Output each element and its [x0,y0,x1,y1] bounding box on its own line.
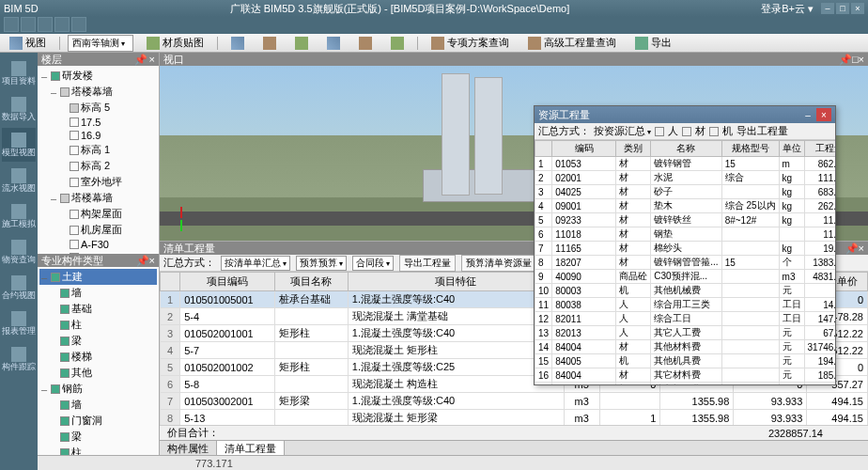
tree-node[interactable]: 标高 5 [39,100,157,116]
material-button[interactable]: 材质贴图 [141,34,209,52]
res-export-button[interactable]: 导出工程量 [736,124,788,138]
tree-node[interactable]: 墙 [39,285,157,301]
floor-tree[interactable]: –研发楼–塔楼幕墙标高 517.516.9标高 1标高 2室外地坪–塔楼幕墙构架… [38,66,159,254]
minimize-icon[interactable]: – [800,108,815,121]
tab-bill[interactable]: 清单工程量 [217,441,285,455]
tree-node[interactable]: 柱 [39,317,157,333]
tree-node[interactable]: 墙 [39,397,157,413]
pin-icon[interactable]: 📌 [136,255,149,266]
tree-node[interactable]: –塔楼幕墙 [39,84,157,100]
close-icon[interactable]: × [859,243,864,254]
left-nav: 项目资料数据导入模型视图流水视图施工模拟物资查询合约视图报表管理构件跟踪 [0,53,38,470]
cube-icon [9,37,23,50]
resource-toolbar: 汇总方式： 按资源汇总 人 材 机 导出工程量 [535,123,835,140]
resource-window-header[interactable]: 资源工程量 – × [535,106,835,123]
view-button[interactable]: 视图 [4,34,52,52]
nav-物资查询[interactable]: 物资查询 [2,235,36,269]
compass-icon [167,205,195,233]
tree-node[interactable]: 17.5 [39,116,157,129]
filter-machine-checkbox[interactable] [709,127,719,136]
filter-material-checkbox[interactable] [682,127,691,136]
tool-nav-icon[interactable] [225,35,250,52]
tree-node[interactable]: 构架屋面 [39,206,157,222]
nav-构件跟踪[interactable]: 构件跟踪 [2,342,36,376]
tool-measure-icon[interactable] [257,35,282,52]
close-panel-icon[interactable]: × [149,54,155,66]
tab-props[interactable]: 构件属性 [160,441,217,455]
tree-node[interactable]: A-F30 [39,238,157,251]
tree-node[interactable]: 梁 [39,429,157,445]
tree-node[interactable]: –塔楼幕墙 [39,190,157,206]
budget-res-button[interactable]: 预算清单资源量 [461,255,536,272]
nav-项目资料[interactable]: 项目资料 [2,56,36,90]
tree-node[interactable]: 柱 [39,445,157,455]
tree-node[interactable]: 梁 [39,333,157,349]
minimize-button[interactable]: – [821,3,834,14]
floors-panel-header: 楼层 📌× [38,53,159,66]
type-tree[interactable]: –土建墙基础柱梁楼梯其他–钢筋墙门窗洞梁柱基础其他–给排水管道(水)阀门法兰(水… [38,267,159,455]
summary-mode-dropdown[interactable]: 按清单单汇总 [221,256,290,271]
progress-icon [528,37,541,50]
window-title: 广联达 BIM5D 3.5旗舰版(正式版) - [BIM5D项目案例-D:\Wo… [39,2,761,16]
nav-流水视图[interactable]: 流水视图 [2,164,36,197]
status-coord: 773.171 [195,458,233,469]
nav-施工模拟[interactable]: 施工模拟 [2,199,36,233]
pin-icon[interactable]: 📌 [845,243,859,254]
tree-node[interactable]: –土建 [39,269,157,285]
viewport-header: 视口 📌□× [160,53,868,66]
budget-dropdown[interactable]: 预算预算 [296,256,347,271]
export-qty-button[interactable]: 导出工程量 [399,255,456,272]
status-bar: 773.171 [38,455,868,470]
res-mode-dropdown[interactable]: 按资源汇总 [594,124,651,138]
close-button[interactable]: × [851,3,864,14]
material-icon [147,37,160,50]
close-icon[interactable]: × [859,54,864,65]
plan-query-button[interactable]: 专项方案查询 [426,34,515,52]
types-panel-header: 专业构件类型 📌× [38,254,159,267]
tree-node[interactable]: –钢筋 [39,381,157,397]
export-button[interactable]: 导出 [629,34,677,52]
viewmode-dropdown[interactable]: 西南等轴测 [68,35,133,52]
tool-isolate-icon[interactable] [385,35,410,52]
tree-node[interactable]: 16.9 [39,129,157,142]
tree-node[interactable]: 楼梯 [39,349,157,365]
pin-icon[interactable]: 📌 [839,54,852,65]
tool-section-icon[interactable] [289,35,314,52]
cloud-login[interactable]: 登录B+云 ▾ [761,2,814,16]
tree-node[interactable]: 标高 2 [39,158,157,174]
plan-icon [431,37,444,50]
menu-open-icon[interactable] [21,17,36,32]
nav-模型视图[interactable]: 模型视图 [2,128,36,162]
total-value: 2328857.14 [768,428,823,439]
menu-redo-icon[interactable] [71,17,86,32]
nav-数据导入[interactable]: 数据导入 [2,92,36,126]
tool-walk-icon[interactable] [321,35,346,52]
bill-tabs: 构件属性 清单工程量 [160,440,868,455]
pin-icon[interactable]: 📌 [134,54,147,66]
maximize-button[interactable]: □ [836,3,849,14]
tree-node[interactable]: 其他 [39,365,157,381]
tree-node[interactable]: 标高 1 [39,142,157,158]
tree-node[interactable]: 门窗洞 [39,413,157,429]
progress-query-button[interactable]: 高级工程量查询 [522,34,622,52]
menu-bar [0,17,868,34]
tree-node[interactable]: –研发楼 [39,68,157,84]
tool-hide-icon[interactable] [353,35,378,52]
filter-labor-checkbox[interactable] [655,127,664,136]
nav-报表管理[interactable]: 报表管理 [2,306,36,340]
tree-node[interactable]: 基础 [39,301,157,317]
rule-dropdown[interactable]: 合同段 [352,256,394,271]
menu-undo-icon[interactable] [54,17,70,32]
menu-new-icon[interactable] [4,17,19,32]
tree-node[interactable]: 机房屋面 [39,222,157,238]
resource-window[interactable]: 资源工程量 – × 汇总方式： 按资源汇总 人 材 机 导出工程量 编码类别名称… [534,105,836,385]
menu-save-icon[interactable] [38,17,53,32]
nav-合约视图[interactable]: 合约视图 [2,271,36,305]
resource-grid[interactable]: 编码类别名称规格型号单位工程量单价合价(元)101053材镀锌钢管15m862.… [535,140,835,384]
close-panel-icon[interactable]: × [149,255,155,266]
close-icon[interactable]: × [816,108,831,121]
main-toolbar: 视图 西南等轴测 材质贴图 专项方案查询 高级工程量查询 导出 [0,34,868,53]
tree-node[interactable]: 室外地坪 [39,174,157,190]
title-bar: BIM 5D 广联达 BIM5D 3.5旗舰版(正式版) - [BIM5D项目案… [0,0,868,17]
maximize-icon[interactable]: □ [852,54,859,65]
